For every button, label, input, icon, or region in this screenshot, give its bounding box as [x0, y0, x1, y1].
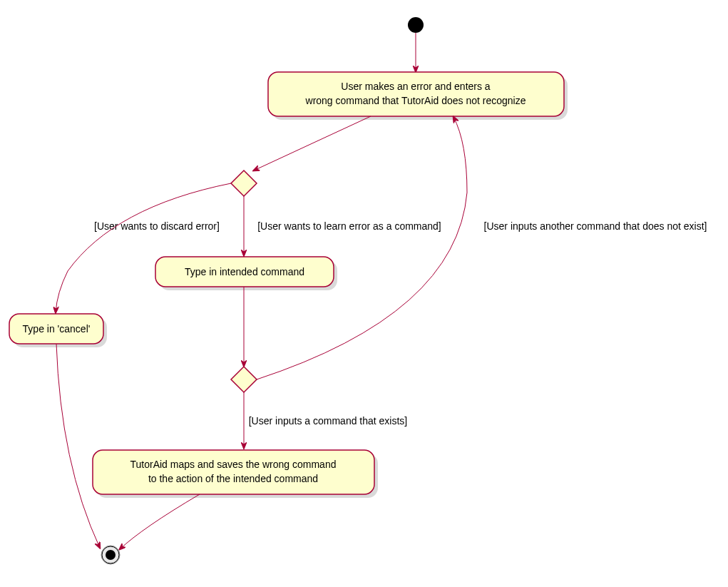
edge-d2-error: [257, 117, 467, 379]
activity-cancel-text: Type in 'cancel': [23, 323, 91, 335]
edge-d1-cancel: [56, 183, 231, 312]
guard-learn: [User wants to learn error as a command]: [257, 220, 441, 232]
activity-error: [268, 72, 564, 116]
decision-d2: [231, 367, 257, 392]
edge-cancel-end: [56, 344, 100, 548]
decision-d1: [231, 170, 257, 196]
activity-error-text-l1: User makes an error and enters a: [341, 81, 491, 92]
final-node: [101, 546, 120, 564]
activity-map-text-l1: TutorAid maps and saves the wrong comman…: [130, 459, 337, 470]
activity-map-text-l2: to the action of the intended command: [148, 473, 318, 484]
activity-intended-text: Type in intended command: [185, 266, 304, 277]
edge-error-d1: [254, 116, 371, 170]
guard-notexist: [User inputs another command that does n…: [484, 220, 707, 232]
activity-diagram: User makes an error and enters a wrong c…: [0, 0, 728, 587]
svg-point-6: [106, 550, 116, 560]
activity-error-text-l2: wrong command that TutorAid does not rec…: [305, 95, 526, 106]
edge-map-end: [120, 494, 200, 549]
guard-discard: [User wants to discard error]: [94, 220, 220, 232]
guard-exists: [User inputs a command that exists]: [249, 415, 408, 427]
initial-node: [408, 17, 424, 33]
activity-map: [93, 450, 374, 494]
